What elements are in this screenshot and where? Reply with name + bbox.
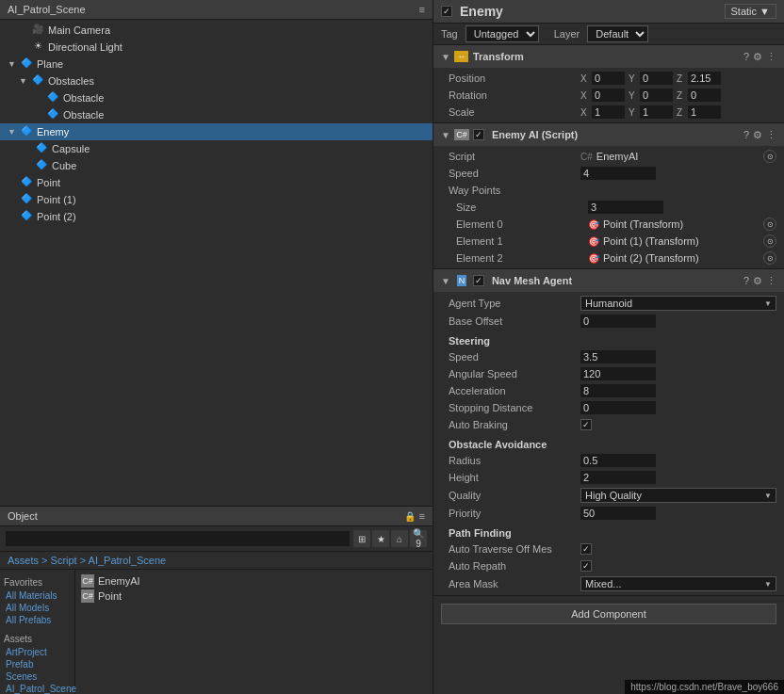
auto-repath-checkbox[interactable]: ✓ (580, 560, 592, 572)
stopping-distance-input[interactable] (580, 401, 656, 414)
asset-item-artproject[interactable]: ArtProject (4, 646, 71, 658)
priority-input[interactable] (580, 507, 656, 520)
quality-label: Quality (449, 490, 580, 501)
base-offset-input[interactable] (580, 315, 656, 328)
tree-item-main-camera[interactable]: 🎥 Main Camera (0, 22, 433, 39)
size-input[interactable] (588, 201, 663, 214)
search-input[interactable] (6, 531, 350, 546)
project-header-icons: 🔒 ≡ (404, 510, 425, 522)
enemyai-section: ▼ C# ✓ Enemy AI (Script) ? ⚙ ⋮ Script C#… (433, 123, 784, 269)
position-z-input[interactable] (688, 72, 721, 85)
element2-row: Element 2 🎯 Point (2) (Transform) ⊙ (433, 250, 784, 266)
enemyai-speed-input[interactable] (580, 167, 656, 180)
add-component-label: Add Component (571, 608, 646, 620)
tag-layer-row: Tag Untagged Layer Default (433, 24, 784, 45)
navmesh-header[interactable]: ▼ N ✓ Nav Mesh Agent ? ⚙ ⋮ (433, 269, 784, 292)
rotation-z-input[interactable] (688, 89, 721, 102)
hierarchy-title: AI_Patrol_Scene (8, 4, 86, 15)
enemyai-enabled[interactable]: ✓ (473, 129, 484, 140)
navmesh-speed-input[interactable] (580, 350, 656, 363)
navmesh-enabled[interactable]: ✓ (473, 275, 484, 286)
transform-menu-icon[interactable]: ⋮ (766, 51, 776, 63)
tree-item-point[interactable]: 🔷 Point (0, 174, 433, 191)
search-icon-btn3[interactable]: ⌂ (391, 530, 408, 547)
scale-x-input[interactable] (592, 105, 625, 119)
transform-settings-icon[interactable]: ⚙ (753, 51, 762, 63)
agent-type-value: Humanoid (585, 298, 632, 309)
tree-item-enemy[interactable]: ▼ 🔷 Enemy (0, 123, 433, 140)
acceleration-input[interactable] (580, 384, 656, 397)
enemyai-menu-icon[interactable]: ⋮ (766, 129, 776, 141)
label-point: Point (37, 177, 60, 188)
angular-speed-input[interactable] (580, 367, 656, 380)
icon-plane: 🔷 (19, 57, 34, 71)
element2-target-btn[interactable]: ⊙ (763, 251, 776, 265)
height-label: Height (449, 472, 580, 483)
layer-select[interactable]: Default (587, 25, 648, 42)
asset-item-prefab[interactable]: Prefab (4, 658, 71, 670)
tree-item-obstacles[interactable]: ▼ 🔷 Obstacles (0, 73, 433, 89)
tree-item-directional-light[interactable]: ☀ Directional Light (0, 39, 433, 56)
label-capsule: Capsule (52, 143, 90, 154)
fav-item-models[interactable]: All Models (4, 602, 71, 614)
asset-item-patrol[interactable]: AI_Patrol_Scene (4, 683, 71, 694)
scale-y-label: Y (629, 107, 638, 118)
scale-z-input[interactable] (688, 105, 721, 119)
element0-ref: 🎯 Point (Transform) ⊙ (588, 218, 776, 231)
lock-icon[interactable]: 🔒 (404, 511, 416, 522)
auto-repath-row: Auto Repath ✓ (433, 557, 784, 574)
auto-braking-checkbox[interactable]: ✓ (580, 419, 592, 430)
element0-target-btn[interactable]: ⊙ (763, 218, 776, 231)
tree-item-plane[interactable]: ▼ 🔷 Plane (0, 56, 433, 73)
scale-xyz: X Y Z (580, 105, 776, 119)
tree-item-cube[interactable]: 🔷 Cube (0, 157, 433, 174)
position-y-input[interactable] (640, 72, 673, 85)
static-button[interactable]: Static ▼ (725, 4, 776, 19)
navmesh-help-icon[interactable]: ? (743, 275, 749, 286)
search-icon-btn2[interactable]: ★ (372, 530, 389, 547)
auto-traverse-checkbox[interactable]: ✓ (580, 543, 592, 555)
position-x-input[interactable] (592, 72, 625, 85)
transform-help-icon[interactable]: ? (743, 51, 749, 62)
agent-type-dropdown[interactable]: Humanoid ▼ (580, 296, 776, 311)
script-target-btn[interactable]: ⊙ (763, 150, 776, 163)
element1-target-icon: 🎯 (588, 236, 599, 247)
tree-item-point1[interactable]: 🔷 Point (1) (0, 191, 433, 208)
search-icon-btn4[interactable]: 🔍 9 (410, 530, 427, 547)
element1-row: Element 1 🎯 Point (1) (Transform) ⊙ (433, 233, 784, 250)
rotation-label: Rotation (449, 89, 580, 101)
transform-collapse-arrow: ▼ (441, 52, 450, 62)
navmesh-settings-icon[interactable]: ⚙ (753, 275, 762, 287)
navmesh-menu-icon[interactable]: ⋮ (766, 275, 776, 287)
radius-input[interactable] (580, 454, 656, 467)
add-component-button[interactable]: Add Component (441, 604, 776, 624)
navmesh-section: ▼ N ✓ Nav Mesh Agent ? ⚙ ⋮ Agent Type Hu… (433, 269, 784, 596)
enemyai-help-icon[interactable]: ? (743, 129, 749, 140)
rotation-y-input[interactable] (640, 89, 673, 102)
search-icon-btn1[interactable]: ⊞ (353, 530, 370, 547)
element1-target-btn[interactable]: ⊙ (763, 234, 776, 248)
script-enemyai[interactable]: C# EnemyAI (79, 573, 429, 589)
hierarchy-menu-icon[interactable]: ≡ (419, 4, 425, 15)
tree-item-point2[interactable]: 🔷 Point (2) (0, 208, 433, 225)
enemyai-header[interactable]: ▼ C# ✓ Enemy AI (Script) ? ⚙ ⋮ (433, 123, 784, 146)
fav-item-materials[interactable]: All Materials (4, 589, 71, 602)
rotation-x-input[interactable] (592, 89, 625, 102)
height-input[interactable] (580, 471, 656, 484)
fav-item-prefabs[interactable]: All Prefabs (4, 614, 71, 626)
area-mask-dropdown[interactable]: Mixed... ▼ (580, 576, 776, 591)
transform-header[interactable]: ▼ ↔ Transform ? ⚙ ⋮ (433, 45, 784, 68)
tree-item-obstacle1[interactable]: 🔷 Obstacle (0, 89, 433, 106)
tree-item-obstacle2[interactable]: 🔷 Obstacle (0, 106, 433, 123)
element0-value: Point (Transform) (603, 218, 683, 230)
tree-item-capsule[interactable]: 🔷 Capsule (0, 140, 433, 157)
quality-dropdown[interactable]: High Quality ▼ (580, 488, 776, 503)
tag-select[interactable]: Untagged (466, 25, 539, 42)
object-enabled-checkbox[interactable]: ✓ (441, 6, 452, 17)
scale-y-input[interactable] (640, 105, 673, 119)
enemyai-settings-icon[interactable]: ⚙ (753, 129, 762, 141)
script-point[interactable]: C# Point (79, 589, 429, 604)
menu-icon[interactable]: ≡ (419, 510, 425, 522)
transform-body: Position X Y Z (433, 68, 784, 122)
asset-item-scenes[interactable]: Scenes (4, 670, 71, 683)
